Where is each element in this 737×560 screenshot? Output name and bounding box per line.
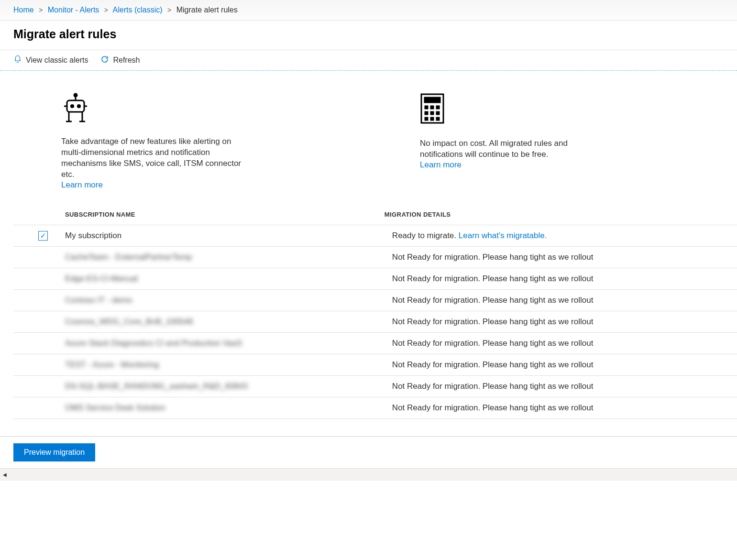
migration-details-cell: Not Ready for migration. Please hang tig… bbox=[381, 268, 737, 290]
migration-status-text: Not Ready for migration. Please hang tig… bbox=[392, 317, 594, 326]
row-checkbox-cell bbox=[13, 354, 52, 376]
page-title: Migrate alert rules bbox=[0, 21, 737, 50]
info-block-cost: No impact on cost. All migrated rules an… bbox=[420, 93, 611, 190]
table-row[interactable]: OMS Service Desk SolutionNot Ready for m… bbox=[13, 397, 737, 419]
breadcrumb-current: Migrate alert rules bbox=[176, 6, 238, 14]
svg-rect-15 bbox=[437, 106, 439, 109]
row-checkbox[interactable]: ✓ bbox=[38, 231, 48, 241]
subscription-name-cell: Cosmos_WDG_Core_BnB_100548 bbox=[52, 311, 381, 333]
migration-status-text: Not Ready for migration. Please hang tig… bbox=[392, 274, 594, 283]
svg-rect-14 bbox=[431, 106, 433, 109]
footer-bar: Preview migration bbox=[0, 436, 737, 468]
table-header-details: MIGRATION DETAILS bbox=[381, 204, 737, 225]
table-row[interactable]: CacheTeam - ExternalPartnerTempNot Ready… bbox=[13, 247, 737, 268]
bell-icon bbox=[13, 55, 22, 66]
subscription-name-cell: DS-SQL-BASE_RANDOM1_sashwin_R&D_60843 bbox=[52, 376, 381, 397]
migration-details-cell: Not Ready for migration. Please hang tig… bbox=[381, 376, 737, 397]
refresh-button[interactable]: Refresh bbox=[100, 55, 140, 66]
breadcrumb-alerts-classic[interactable]: Alerts (classic) bbox=[113, 6, 163, 14]
toolbar: View classic alerts Refresh bbox=[0, 50, 737, 71]
table-row[interactable]: Cosmos_WDG_Core_BnB_100548Not Ready for … bbox=[13, 311, 737, 333]
row-checkbox-cell bbox=[13, 247, 52, 268]
view-classic-alerts-label: View classic alerts bbox=[26, 56, 88, 65]
row-checkbox-cell bbox=[13, 268, 52, 290]
subscription-name: Azure Stack Diagnostics CI and Productio… bbox=[65, 339, 242, 348]
migration-details-cell: Not Ready for migration. Please hang tig… bbox=[381, 397, 737, 419]
subscription-name: CacheTeam - ExternalPartnerTemp bbox=[65, 253, 192, 262]
subscription-name-cell: Azure Stack Diagnostics CI and Productio… bbox=[52, 333, 381, 354]
subscription-name: TEST - Azure - Monitoring bbox=[65, 360, 159, 369]
migration-details-cell: Not Ready for migration. Please hang tig… bbox=[381, 311, 737, 333]
subscription-name-cell: TEST - Azure - Monitoring bbox=[52, 354, 381, 376]
svg-point-0 bbox=[74, 94, 77, 97]
migration-status-text: Ready to migrate. bbox=[392, 231, 456, 240]
breadcrumb-separator: > bbox=[39, 6, 43, 14]
subscription-name-cell: Edge-ES-CI-Manual bbox=[52, 268, 381, 290]
subscription-name: DS-SQL-BASE_RANDOM1_sashwin_R&D_60843 bbox=[65, 382, 248, 391]
table-header-checkbox bbox=[13, 204, 52, 225]
migration-details-cell: Not Ready for migration. Please hang tig… bbox=[381, 354, 737, 376]
svg-rect-20 bbox=[431, 118, 433, 120]
breadcrumb-monitor-alerts[interactable]: Monitor - Alerts bbox=[48, 6, 99, 14]
row-checkbox-cell bbox=[13, 290, 52, 311]
subscription-table-wrap: SUBSCRIPTION NAME MIGRATION DETAILS ✓My … bbox=[0, 204, 737, 419]
info-features-learn-more-link[interactable]: Learn more bbox=[61, 180, 103, 189]
info-features-text: Take advantage of new features like aler… bbox=[61, 136, 253, 180]
subscription-name: Edge-ES-CI-Manual bbox=[65, 274, 138, 283]
subscription-name-cell: Contoso IT - demo bbox=[52, 290, 381, 311]
refresh-label: Refresh bbox=[113, 56, 140, 65]
subscription-name-cell: My subscription bbox=[52, 225, 381, 247]
svg-rect-16 bbox=[425, 112, 428, 114]
svg-rect-21 bbox=[437, 118, 439, 120]
migration-status-text: Not Ready for migration. Please hang tig… bbox=[392, 253, 594, 262]
migration-details-cell: Not Ready for migration. Please hang tig… bbox=[381, 290, 737, 311]
svg-rect-12 bbox=[425, 98, 440, 102]
breadcrumb: Home > Monitor - Alerts > Alerts (classi… bbox=[0, 0, 737, 21]
preview-migration-button[interactable]: Preview migration bbox=[13, 443, 95, 461]
migration-details-cell: Not Ready for migration. Please hang tig… bbox=[381, 333, 737, 354]
table-row[interactable]: ✓My subscriptionReady to migrate. Learn … bbox=[13, 225, 737, 247]
svg-rect-17 bbox=[431, 112, 433, 114]
svg-rect-18 bbox=[437, 112, 439, 114]
info-cost-text: No impact on cost. All migrated rules an… bbox=[420, 138, 611, 160]
table-row[interactable]: TEST - Azure - MonitoringNot Ready for m… bbox=[13, 354, 737, 376]
breadcrumb-home[interactable]: Home bbox=[13, 6, 34, 14]
table-header-name: SUBSCRIPTION NAME bbox=[52, 204, 381, 225]
row-checkbox-cell bbox=[13, 311, 52, 333]
svg-rect-13 bbox=[425, 106, 428, 109]
migration-status-text: Not Ready for migration. Please hang tig… bbox=[392, 296, 594, 305]
table-row[interactable]: Azure Stack Diagnostics CI and Productio… bbox=[13, 333, 737, 354]
migration-details-cell: Not Ready for migration. Please hang tig… bbox=[381, 247, 737, 268]
migration-status-text: Not Ready for migration. Please hang tig… bbox=[392, 360, 594, 369]
migration-status-text: Not Ready for migration. Please hang tig… bbox=[392, 403, 594, 412]
breadcrumb-separator: > bbox=[167, 6, 171, 14]
learn-migratable-link[interactable]: Learn what's migratable. bbox=[459, 231, 547, 240]
info-area: Take advantage of new features like aler… bbox=[0, 71, 737, 204]
svg-rect-19 bbox=[425, 118, 428, 120]
svg-rect-2 bbox=[67, 100, 84, 112]
migration-status-text: Not Ready for migration. Please hang tig… bbox=[392, 382, 594, 391]
svg-point-5 bbox=[71, 105, 73, 107]
refresh-icon bbox=[100, 55, 109, 66]
row-checkbox-cell: ✓ bbox=[13, 225, 52, 247]
migration-details-cell: Ready to migrate. Learn what's migratabl… bbox=[381, 225, 737, 247]
calculator-icon bbox=[420, 93, 611, 126]
row-checkbox-cell bbox=[13, 397, 52, 419]
row-checkbox-cell bbox=[13, 376, 52, 397]
info-block-features: Take advantage of new features like aler… bbox=[61, 93, 253, 190]
subscription-name: OMS Service Desk Solution bbox=[65, 403, 165, 412]
info-cost-learn-more-link[interactable]: Learn more bbox=[420, 160, 462, 169]
robot-icon bbox=[61, 93, 253, 124]
migration-status-text: Not Ready for migration. Please hang tig… bbox=[392, 339, 594, 348]
subscription-name: Cosmos_WDG_Core_BnB_100548 bbox=[65, 317, 193, 326]
subscription-name-cell: OMS Service Desk Solution bbox=[52, 397, 381, 419]
subscription-name: My subscription bbox=[65, 231, 121, 240]
row-checkbox-cell bbox=[13, 333, 52, 354]
table-row[interactable]: DS-SQL-BASE_RANDOM1_sashwin_R&D_60843Not… bbox=[13, 376, 737, 397]
subscription-name: Contoso IT - demo bbox=[65, 296, 132, 305]
table-row[interactable]: Edge-ES-CI-ManualNot Ready for migration… bbox=[13, 268, 737, 290]
view-classic-alerts-button[interactable]: View classic alerts bbox=[13, 55, 88, 66]
table-row[interactable]: Contoso IT - demoNot Ready for migration… bbox=[13, 290, 737, 311]
collapse-triangle-icon[interactable]: ◀ bbox=[3, 472, 7, 477]
subscription-table: SUBSCRIPTION NAME MIGRATION DETAILS ✓My … bbox=[13, 204, 737, 419]
